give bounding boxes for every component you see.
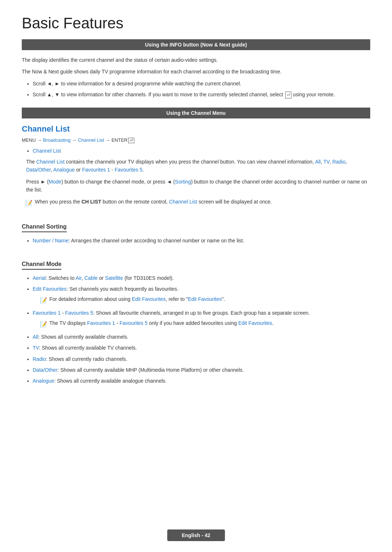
number-name-link[interactable]: Number / Name: [33, 238, 69, 243]
edit-fav-note-link2[interactable]: Edit Favourites: [188, 296, 222, 302]
channel-list-para1: The Channel List contains the channels y…: [26, 158, 370, 174]
channel-list-sub-bullet: Channel List The Channel List contains t…: [33, 147, 370, 194]
channel-mode-list: Aerial: Switches to Air, Cable or Satell…: [33, 274, 370, 385]
all-link[interactable]: All: [315, 159, 321, 165]
edit-fav-inline-link[interactable]: Edit Favourites: [238, 320, 272, 326]
fav1-note-link[interactable]: Favourites 1: [87, 320, 115, 326]
channel-mode-title: Channel Mode: [22, 261, 61, 270]
fav5-range-link[interactable]: Favourites 5: [65, 310, 93, 316]
channel-list-note-link[interactable]: Channel List: [169, 199, 197, 205]
fav5-note-link[interactable]: Favourites 5: [120, 320, 148, 326]
all-mode-link[interactable]: All: [33, 334, 38, 340]
sorting-link[interactable]: Sorting: [175, 179, 191, 185]
info-bullets: Scroll ◄, ► to view information for a de…: [33, 80, 370, 99]
satellite-link[interactable]: Satellite: [105, 275, 123, 281]
analogue-mode-link[interactable]: Analogue: [33, 378, 54, 384]
channel-sorting-section: Channel Sorting Number / Name: Arranges …: [22, 215, 370, 245]
channel-list-para2: Press ► (Mode) button to change the chan…: [26, 178, 370, 194]
broadcasting-link[interactable]: Broadcasting: [43, 137, 71, 143]
tv-link[interactable]: TV: [323, 159, 330, 165]
note-icon2: 📝: [40, 296, 47, 305]
channel-list-sub-link[interactable]: Channel List: [33, 148, 61, 154]
radio-link[interactable]: Radio: [332, 159, 346, 165]
aerial-link[interactable]: Aerial: [33, 275, 46, 281]
channel-list-inline-link[interactable]: Channel List: [36, 159, 65, 165]
info-button-header: Using the INFO button (Now & Next guide): [22, 39, 370, 50]
enter-icon-path: ⏎: [128, 138, 134, 143]
radio-mode-link[interactable]: Radio: [33, 356, 46, 362]
all-item: All: Shows all currently available chann…: [33, 333, 370, 341]
tv-mode-link[interactable]: TV: [33, 345, 39, 351]
analogue-link[interactable]: Analogue: [53, 167, 75, 173]
air-link[interactable]: Air: [75, 275, 81, 281]
page-title: Basic Features: [22, 15, 370, 32]
channel-sorting-item: Number / Name: Arranges the channel orde…: [33, 237, 370, 245]
fav5-link[interactable]: Favourites 5: [115, 167, 143, 173]
aerial-item: Aerial: Switches to Air, Cable or Satell…: [33, 274, 370, 282]
edit-favourites-item: Edit Favourites: Set channels you watch …: [33, 285, 370, 305]
channel-list-bullets: Channel List The Channel List contains t…: [33, 147, 370, 194]
cable-link[interactable]: Cable: [84, 275, 98, 281]
favourites-range-item: Favourites 1 - Favourites 5: Shows all f…: [33, 309, 370, 329]
enter-icon: ⏎: [285, 92, 291, 99]
radio-item: Radio: Shows all currently radio channel…: [33, 355, 370, 363]
fav1-range-link[interactable]: Favourites 1: [33, 310, 61, 316]
fav-range-note: 📝 The TV displays Favourites 1 - Favouri…: [40, 319, 370, 329]
note-icon: 📝: [25, 198, 33, 208]
analogue-item: Analogue: Shows all currently available …: [33, 377, 370, 385]
channel-sorting-list: Number / Name: Arranges the channel orde…: [33, 237, 370, 245]
info-bullet1: Scroll ◄, ► to view information for a de…: [33, 80, 370, 88]
edit-fav-note: 📝 For detailed information about using E…: [40, 295, 370, 305]
data-other-item: Data/Other: Shows all currently availabl…: [33, 366, 370, 374]
page-footer: English - 42: [167, 529, 225, 541]
edit-favourites-link[interactable]: Edit Favourites: [33, 286, 66, 292]
note-icon3: 📝: [40, 320, 47, 329]
info-para1: The display identifies the current chann…: [22, 56, 370, 64]
channel-list-link[interactable]: Channel List: [78, 137, 104, 143]
edit-fav-note-link1[interactable]: Edit Favourites: [132, 296, 166, 302]
info-para2: The Now & Next guide shows daily TV prog…: [22, 68, 370, 76]
fav1-link[interactable]: Favourites 1: [82, 167, 110, 173]
data-other-mode-link[interactable]: Data/Other: [33, 367, 57, 373]
channel-sorting-title: Channel Sorting: [22, 223, 67, 232]
info-button-content: The display identifies the current chann…: [22, 56, 370, 99]
channel-menu-header: Using the Channel Menu: [22, 108, 370, 118]
menu-text: MENU →: [22, 137, 43, 143]
menu-path: MENU → Broadcasting → Channel List → ENT…: [22, 137, 370, 143]
tv-item: TV: Shows all currently available TV cha…: [33, 344, 370, 352]
channel-mode-section: Channel Mode Aerial: Switches to Air, Ca…: [22, 252, 370, 385]
channel-list-title: Channel List: [22, 124, 370, 134]
channel-list-note: 📝 When you press the CH LIST button on t…: [25, 198, 370, 208]
info-bullet2: Scroll ▲, ▼ to view information for othe…: [33, 90, 370, 98]
data-other-link[interactable]: Data/Other: [26, 167, 51, 173]
mode-link[interactable]: Mode: [49, 179, 61, 185]
ch-list-bold: CH LIST: [81, 199, 101, 205]
